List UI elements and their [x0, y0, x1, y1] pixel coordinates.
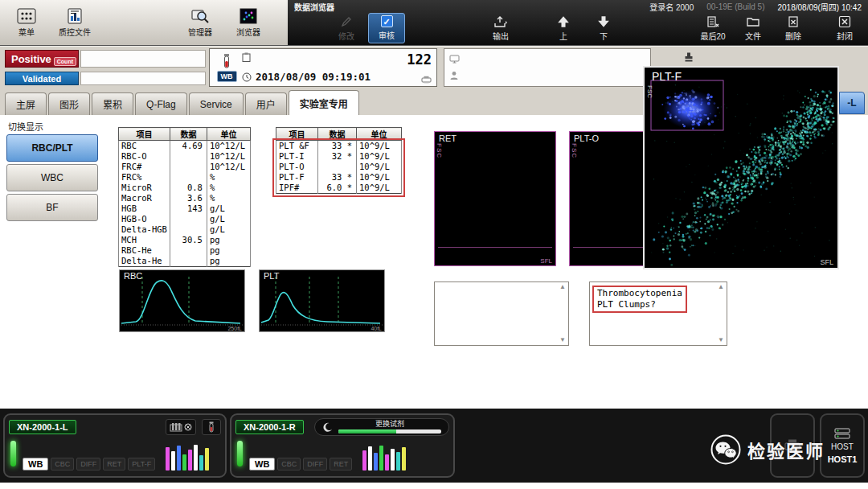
- ret-plot-title: RET: [439, 134, 457, 143]
- tab-cumulative[interactable]: 累积: [92, 92, 133, 115]
- screen: 菜单 质控文件 管理器 浏览器 数据浏览器 登录名 2000 00-19E (B…: [0, 0, 868, 489]
- plt-f-y-axis-label: FSC: [646, 85, 653, 98]
- positive-label: Positive: [11, 53, 51, 65]
- sidebar-item-rbc-plt[interactable]: RBC/PLT: [6, 134, 98, 162]
- modify-button[interactable]: 修改: [328, 13, 365, 43]
- reagent-bar: [396, 452, 400, 471]
- cell: g/L: [207, 214, 250, 224]
- cell: [170, 245, 207, 256]
- browser-button[interactable]: 浏览器: [225, 2, 272, 43]
- channel-diff: DIFF: [76, 458, 100, 471]
- delete-label: 删除: [785, 30, 801, 42]
- tab-graph[interactable]: 图形: [48, 92, 90, 115]
- channel-cbc: CBC: [277, 458, 301, 471]
- tube-icon: [208, 421, 215, 433]
- replace-reagent-button[interactable]: 更换试剂: [314, 418, 449, 436]
- ip-message-box: ▲ ▼: [434, 281, 569, 346]
- sampler-status-button[interactable]: [166, 419, 196, 435]
- tab-qflag[interactable]: Q-Flag: [135, 92, 187, 115]
- manager-button[interactable]: 管理器: [177, 2, 223, 43]
- ret-scattergram[interactable]: RET FSC SFL: [434, 131, 556, 266]
- col-header-item: 项目: [119, 128, 170, 141]
- close-x-icon: [838, 15, 851, 28]
- switch-display-label: 切换显示: [8, 120, 43, 133]
- positive-status-badge: Positive Count: [5, 50, 79, 68]
- reagent-progress-track: [338, 429, 441, 434]
- cell: 32 *: [318, 151, 357, 162]
- menu-button[interactable]: 菜单: [3, 2, 50, 43]
- delete-icon: [787, 15, 800, 28]
- rbc-histogram-title: RBC: [124, 271, 142, 281]
- manager-label: 管理器: [188, 26, 212, 38]
- scroll-up-icon[interactable]: ▲: [558, 283, 567, 291]
- cell: [170, 172, 207, 183]
- cell: 10^9/L: [357, 162, 402, 172]
- rbc-table-body: RBC4.6910^12/LRBC-O10^12/LFRC#10^12/LFRC…: [119, 141, 251, 267]
- cell: FRC#: [119, 162, 170, 172]
- unit-left-name-badge[interactable]: XN-2000-1-L: [9, 420, 76, 434]
- analyzer-tab-stub[interactable]: -L: [839, 92, 865, 114]
- action-toolbar: 修改 ✓ 审核 输出 上 下: [288, 13, 868, 45]
- plt-o-y-axis-label: FSC: [571, 143, 578, 158]
- tab-service[interactable]: Service: [189, 92, 244, 115]
- sample-tube-icon: [222, 53, 231, 69]
- status-field-empty: [80, 50, 206, 68]
- clipboard-icon: [242, 52, 251, 62]
- cell: 10^12/L: [207, 141, 250, 152]
- rbc-parameter-table: 项目 数据 单位 RBC4.6910^12/LRBC-O10^12/LFRC#1…: [118, 127, 251, 267]
- file-button[interactable]: 文件: [735, 13, 772, 43]
- plt-f-scattergram-popup[interactable]: PLT-F FSC SFL: [643, 66, 839, 269]
- validated-status-badge: Validated: [5, 72, 79, 85]
- last20-button[interactable]: 最后20: [694, 13, 731, 43]
- tab-main[interactable]: 主屏: [5, 92, 47, 115]
- table-row: IPF#6.0 *10^9/L: [276, 183, 402, 194]
- tab-user[interactable]: 用户: [245, 92, 287, 115]
- plt-histogram-xmax: 40fL: [371, 326, 382, 331]
- reagent-bar: [194, 445, 198, 471]
- channel-plt-f: PLT-F: [128, 458, 155, 471]
- stop-cross-icon: [184, 423, 192, 431]
- down-label: 下: [600, 30, 608, 42]
- cell: RBC-O: [119, 151, 170, 162]
- rbc-histogram[interactable]: RBC 250fL: [119, 269, 245, 332]
- login-name: 登录名 2000: [649, 1, 694, 13]
- reagent-level-bars: [166, 443, 209, 471]
- down-button[interactable]: 下: [585, 13, 622, 43]
- channel-cbc: CBC: [51, 458, 74, 471]
- tab-lab-exclusive[interactable]: 实验室专用: [289, 90, 359, 115]
- cell: 10^9/L: [357, 151, 402, 162]
- reagent-level-bars: [362, 443, 406, 471]
- up-button[interactable]: 上: [545, 13, 582, 43]
- review-button[interactable]: ✓ 审核: [368, 13, 405, 43]
- output-button[interactable]: 输出: [482, 13, 519, 43]
- table-row: PLT-F33 *10^9/L: [276, 172, 402, 183]
- scroll-down-icon[interactable]: ▼: [558, 336, 567, 344]
- qc-file-button[interactable]: 质控文件: [51, 2, 98, 43]
- col-header-data: 数据: [170, 128, 207, 141]
- scroll-down-icon[interactable]: ▼: [716, 336, 726, 344]
- ret-y-axis-label: FSC: [436, 143, 443, 158]
- reagent-bar: [205, 448, 209, 471]
- host-connection-button[interactable]: HOST HOST1: [820, 413, 865, 478]
- col-header-unit: 单位: [207, 128, 250, 141]
- cell: pg: [207, 235, 250, 245]
- reagent-progress-fill: [338, 429, 396, 434]
- table-row: MicroR0.8%: [119, 183, 251, 193]
- sidebar-item-wbc[interactable]: WBC: [6, 164, 98, 191]
- arrow-down-icon: [597, 15, 610, 28]
- host-server-icon: [834, 428, 850, 439]
- plt-f-x-axis-label: SFL: [820, 258, 833, 266]
- close-button[interactable]: 封闭: [826, 13, 863, 43]
- plt-histogram[interactable]: PLT 40fL: [259, 269, 385, 332]
- delete-button[interactable]: 删除: [775, 13, 812, 43]
- cell: MicroR: [119, 183, 170, 193]
- host1-label: HOST1: [828, 454, 858, 464]
- printer-mini-icon: [421, 76, 432, 84]
- manual-tube-button[interactable]: [202, 419, 221, 435]
- unit-right-name-badge[interactable]: XN-2000-1-R: [235, 420, 304, 434]
- sample-mode-badge: WB: [217, 71, 237, 82]
- sidebar-item-bf[interactable]: BF: [6, 194, 98, 221]
- unit-right-mode-badge: WB: [249, 458, 275, 471]
- scroll-up-icon[interactable]: ▲: [716, 283, 726, 291]
- table-row: RBC-O10^12/L: [119, 151, 251, 162]
